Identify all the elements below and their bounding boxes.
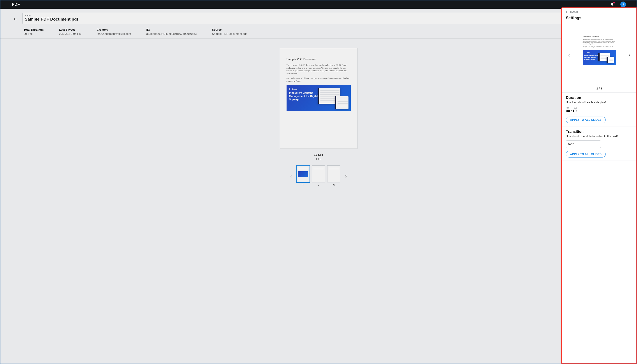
sec-label: sec xyxy=(574,106,577,109)
promo-brand-text: beam xyxy=(292,88,297,90)
meta-value: Sample PDF Document.pdf xyxy=(212,32,247,36)
transition-value: fade xyxy=(568,142,574,146)
promo-headline: Innovative Content Management for Digita… xyxy=(289,92,322,101)
name-label: Name xyxy=(25,14,621,17)
meta-label: ID: xyxy=(146,28,197,31)
meta-label: Last Saved: xyxy=(59,28,82,31)
promo-mock-icon xyxy=(598,52,614,63)
duration-section: Duration How long should each slide play… xyxy=(562,92,636,126)
transition-section: Transition How should this slide transit… xyxy=(562,126,636,161)
transition-select[interactable]: fade xyxy=(566,140,601,148)
user-avatar[interactable]: J xyxy=(620,2,626,7)
meta-source: Source: Sample PDF Document.pdf xyxy=(212,28,247,36)
panel-preview-index: 1 / 3 xyxy=(562,87,636,90)
meta-value: a83eeee2644349eb8c601074000c0eb3 xyxy=(146,32,197,36)
brand-icon xyxy=(289,88,291,90)
duration-apply-all-button[interactable]: APPLY TO ALL SLIDES xyxy=(566,116,606,123)
meta-value: 09/29/22 3:05 PM xyxy=(59,32,82,36)
main-area: Name Sample PDF Document.pdf Total Durat… xyxy=(0,9,637,364)
topbar: PDF J xyxy=(0,0,637,9)
doc-paragraph: I've made some additional changes so I c… xyxy=(583,46,616,48)
doc-paragraph: This is a sample PDF document that can b… xyxy=(287,64,351,75)
min-value: 00 xyxy=(566,109,570,113)
meta-value: jean.anderson@skykit.com xyxy=(97,32,131,36)
sec-value: 10 xyxy=(572,109,577,113)
doc-title: Sample PDF Document xyxy=(287,58,351,61)
notification-dot-icon xyxy=(613,2,615,4)
thumb-3[interactable]: 3 xyxy=(327,166,340,187)
transition-apply-all-button[interactable]: APPLY TO ALL SLIDES xyxy=(566,151,606,158)
thumb-next-button[interactable] xyxy=(343,173,349,180)
doc-title: Sample PDF Document xyxy=(583,36,616,38)
thumb-index: 3 xyxy=(333,184,335,187)
notifications-button[interactable] xyxy=(610,2,615,6)
panel-preview-section: Sample PDF Document This is a sample PDF… xyxy=(562,23,636,92)
meta-id: ID: a83eeee2644349eb8c601074000c0eb3 xyxy=(146,28,197,36)
thumb-2[interactable]: 2 xyxy=(312,166,325,187)
meta-label: Creator: xyxy=(97,28,131,31)
panel-back-button[interactable]: BACK xyxy=(562,8,636,14)
doc-paragraph: I've made some additional changes so I c… xyxy=(287,77,351,82)
app-title: PDF xyxy=(12,2,20,7)
chevron-right-icon xyxy=(627,53,631,58)
thumbnail-row: 1 2 3 xyxy=(288,166,349,187)
meta-creator: Creator: jean.anderson@skykit.com xyxy=(97,28,131,36)
promo-banner: beam Innovative Content Management for D… xyxy=(287,85,351,111)
name-value: Sample PDF Document.pdf xyxy=(25,17,621,22)
meta-value: 30 Sec xyxy=(24,32,44,36)
arrow-left-icon xyxy=(565,10,568,14)
duration-heading: Duration xyxy=(566,96,632,100)
promo-brand-text: beam xyxy=(587,52,590,54)
settings-panel: BACK Settings Sample PDF Document This i… xyxy=(562,8,636,363)
page-index: 1 / 3 xyxy=(316,157,321,160)
promo-banner: beam Innovative Content Management for D… xyxy=(583,50,616,65)
doc-paragraph: This is a sample PDF document that can b… xyxy=(583,39,616,44)
back-arrow-button[interactable] xyxy=(13,16,19,22)
transition-heading: Transition xyxy=(566,130,632,134)
duration-input[interactable]: 00 : 10 xyxy=(566,109,632,113)
transition-sub: How should this slide transition to the … xyxy=(566,135,632,138)
name-field[interactable]: Name Sample PDF Document.pdf xyxy=(22,13,624,24)
meta-last-saved: Last Saved: 09/29/22 3:05 PM xyxy=(59,28,82,36)
thumb-index: 2 xyxy=(318,184,319,187)
chevron-left-icon xyxy=(289,174,294,178)
preview-next-button[interactable] xyxy=(626,52,632,58)
min-label: min xyxy=(566,106,569,109)
meta-label: Total Duration: xyxy=(24,28,44,31)
meta-row: Total Duration: 30 Sec Last Saved: 09/29… xyxy=(0,24,637,39)
thumb-prev-button[interactable] xyxy=(288,173,294,180)
meta-total-duration: Total Duration: 30 Sec xyxy=(24,28,44,36)
preview-prev-button[interactable] xyxy=(566,52,572,58)
thumb-index: 1 xyxy=(303,184,304,187)
meta-label: Source: xyxy=(212,28,247,31)
header-area: Name Sample PDF Document.pdf xyxy=(0,9,637,24)
page-duration-caption: 10 Sec xyxy=(314,153,323,156)
caret-down-icon xyxy=(596,142,598,146)
thumb-1[interactable]: 1 xyxy=(297,166,310,187)
arrow-left-icon xyxy=(13,16,18,22)
preview-stage: Sample PDF Document This is a sample PDF… xyxy=(0,42,637,364)
panel-title: Settings xyxy=(562,14,636,23)
page-preview: Sample PDF Document This is a sample PDF… xyxy=(280,48,357,149)
panel-back-label: BACK xyxy=(570,10,578,14)
chevron-right-icon xyxy=(343,174,348,178)
promo-mock-icon xyxy=(318,87,348,109)
chevron-left-icon xyxy=(567,53,571,58)
panel-page-preview: Sample PDF Document This is a sample PDF… xyxy=(580,32,618,70)
duration-sub: How long should each slide play? xyxy=(566,101,632,104)
brand-icon xyxy=(584,52,586,53)
